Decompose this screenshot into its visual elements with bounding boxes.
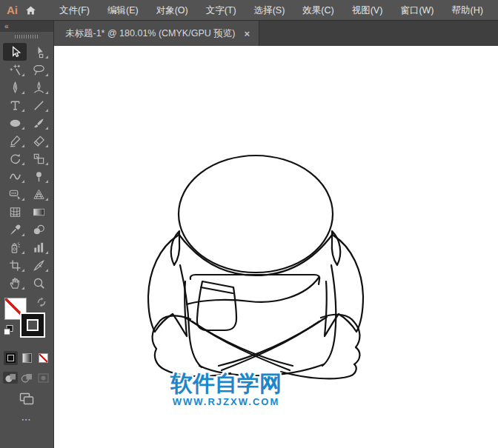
mesh-icon [8,205,22,219]
pen-icon [8,81,22,95]
menu-效果(C)[interactable]: 效果(C) [293,0,342,21]
screen-mode-button[interactable] [0,392,53,405]
penguin-head [179,156,333,273]
ai-logo: Ai [0,4,24,16]
tool-grid [0,43,53,292]
color-chip-icon [6,353,16,363]
tool-artboard[interactable] [3,256,27,274]
puppet-warp-icon [32,170,46,184]
watermark: 软件自学网 WWW.RJZXW.COM [170,372,282,407]
color-button[interactable] [4,351,18,365]
menu-窗口(W)[interactable]: 窗口(W) [391,0,442,21]
draw-normal-button[interactable] [3,372,18,384]
ellipse-icon [8,116,22,130]
tool-selection[interactable] [3,43,27,61]
tool-paintbrush[interactable] [27,114,50,132]
tool-ellipse[interactable] [3,114,27,132]
gradient-chip-icon [22,353,32,363]
swap-fill-stroke-button[interactable] [36,296,47,308]
tab-close-icon[interactable]: × [244,29,250,39]
tool-zoom[interactable] [27,274,50,292]
column-graph-icon [32,241,46,255]
tool-eyedropper[interactable] [3,221,27,238]
tool-perspective-grid[interactable] [27,185,50,203]
artboard-icon [8,258,22,273]
document-tab[interactable]: 未标题-1* @ 180.01% (CMYK/GPU 预览) × [54,21,259,46]
shaper-icon [8,134,22,148]
lasso-icon [32,63,46,77]
screen-mode-icon [19,392,34,405]
illustrator-window: Ai 文件(F)编辑(E)对象(O)文字(T)选择(S)效果(C)视图(V)窗口… [0,0,498,448]
menu-文件(F)[interactable]: 文件(F) [50,0,99,21]
tool-pen[interactable] [3,78,27,96]
penguin-scarf [179,234,333,275]
tool-blend[interactable] [27,221,50,238]
scale-icon [32,152,46,166]
draw-behind-icon [21,373,33,383]
edit-toolbar-button[interactable]: ⋯ [0,414,53,425]
blend-icon [32,223,46,237]
home-button[interactable] [24,2,37,19]
document-tab-label: 未标题-1* @ 180.01% (CMYK/GPU 预览) [65,27,235,40]
tool-direct-selection[interactable] [27,43,50,61]
tool-curvature[interactable] [27,78,50,96]
penguin-leg-left-a [185,317,293,366]
penguin-foot-right [281,315,359,379]
tool-panel: « [0,21,54,448]
draw-normal-icon [5,373,16,383]
penguin-pocket-flap [201,287,233,293]
fill-stroke-controls [0,296,53,345]
menu-bar: Ai 文件(F)编辑(E)对象(O)文字(T)选择(S)效果(C)视图(V)窗口… [0,0,498,21]
eyedropper-icon [8,223,22,237]
menu-视图(V)[interactable]: 视图(V) [343,0,392,21]
perspective-grid-icon [32,187,46,201]
default-fill-stroke-button[interactable] [3,324,15,336]
stroke-swatch[interactable] [20,312,45,338]
menu-编辑(E)[interactable]: 编辑(E) [99,0,147,21]
canvas[interactable]: 软件自学网 WWW.RJZXW.COM [54,46,498,448]
line-icon [32,98,46,113]
tool-mesh[interactable] [3,203,27,221]
none-button[interactable] [36,351,50,365]
menu-选择(S)[interactable]: 选择(S) [245,0,294,21]
gradient-button[interactable] [20,351,34,365]
penguin-pocket [197,281,236,330]
panel-drag-handle[interactable] [0,32,53,41]
draw-inside-button[interactable] [36,372,50,384]
tool-shaper[interactable] [3,132,27,150]
menu-文字(T)[interactable]: 文字(T) [197,0,245,21]
tool-magic-wand[interactable] [3,61,27,78]
selection-icon [8,45,22,59]
tool-lasso[interactable] [27,61,50,78]
direct-selection-icon [32,45,46,59]
tool-width[interactable] [3,167,27,185]
tool-slice[interactable] [27,256,50,274]
tool-shape-builder[interactable] [3,185,27,203]
type-icon [8,98,22,113]
drawing-mode-buttons [0,372,53,384]
tool-rotate[interactable] [3,150,27,167]
draw-behind-button[interactable] [19,372,34,384]
tool-scale[interactable] [27,150,50,167]
tool-gradient[interactable] [27,203,50,221]
watermark-url: WWW.RJZXW.COM [170,397,282,407]
watermark-title: 软件自学网 [170,372,282,395]
default-swatches-icon [3,324,15,336]
tool-column-graph[interactable] [27,238,50,256]
menu-对象(O)[interactable]: 对象(O) [147,0,197,21]
tool-hand[interactable] [3,274,27,292]
slice-icon [32,258,46,273]
panel-collapse-button[interactable]: « [0,21,53,32]
tool-puppet-warp[interactable] [27,167,50,185]
magic-wand-icon [8,63,22,77]
tool-symbol-sprayer[interactable] [3,238,27,256]
penguin-wing-left [148,235,187,336]
paintbrush-icon [32,116,46,130]
tool-eraser[interactable] [27,132,50,150]
eraser-icon [32,134,46,148]
menu-帮助(H)[interactable]: 帮助(H) [443,0,492,21]
tool-type[interactable] [3,96,27,114]
home-icon [24,4,37,16]
swap-arrow-icon [36,296,47,308]
tool-line[interactable] [27,96,50,114]
